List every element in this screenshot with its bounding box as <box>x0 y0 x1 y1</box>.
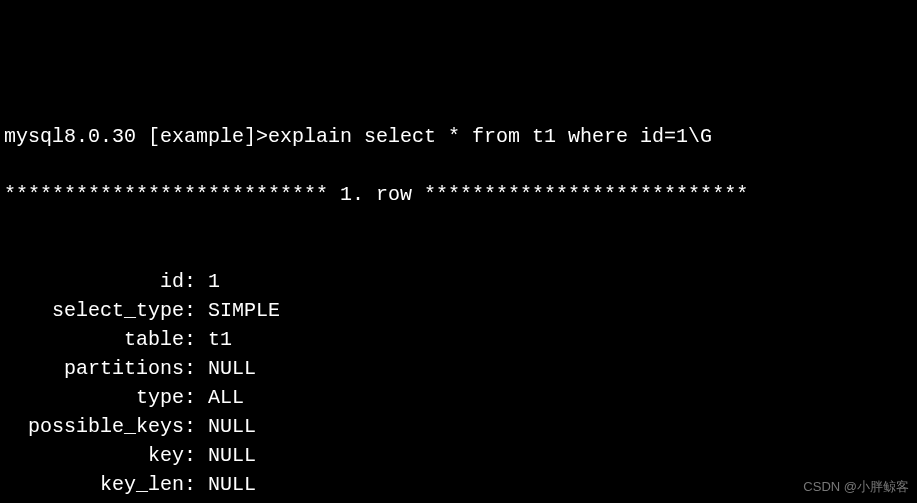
explain-value: NULL <box>208 354 256 383</box>
row-separator: *************************** 1. row *****… <box>4 180 913 209</box>
explain-value: SIMPLE <box>208 296 280 325</box>
explain-key: id <box>4 267 184 296</box>
kv-colon: : <box>184 412 208 441</box>
prompt-command[interactable]: explain select * from t1 where id=1\G <box>268 125 712 148</box>
explain-value: 1 <box>208 267 220 296</box>
explain-value: NULL <box>208 499 256 503</box>
explain-row: possible_keys: NULL <box>4 412 913 441</box>
kv-colon: : <box>184 441 208 470</box>
kv-colon: : <box>184 296 208 325</box>
kv-colon: : <box>184 267 208 296</box>
kv-colon: : <box>184 325 208 354</box>
kv-colon: : <box>184 383 208 412</box>
explain-key: select_type <box>4 296 184 325</box>
watermark: CSDN @小胖鲸客 <box>803 478 909 497</box>
kv-colon: : <box>184 499 208 503</box>
explain-row: ref: NULL <box>4 499 913 503</box>
explain-key: key_len <box>4 470 184 499</box>
explain-value: t1 <box>208 325 232 354</box>
explain-key: key <box>4 441 184 470</box>
explain-value: NULL <box>208 441 256 470</box>
explain-row: type: ALL <box>4 383 913 412</box>
prompt-prefix: mysql8.0.30 [example]> <box>4 125 268 148</box>
explain-row: key: NULL <box>4 441 913 470</box>
kv-colon: : <box>184 354 208 383</box>
explain-value: NULL <box>208 470 256 499</box>
separator-label: 1. row <box>328 183 424 206</box>
explain-key: table <box>4 325 184 354</box>
separator-right: *************************** <box>424 183 748 206</box>
explain-row: table: t1 <box>4 325 913 354</box>
explain-row: id: 1 <box>4 267 913 296</box>
explain-row: key_len: NULL <box>4 470 913 499</box>
explain-value: ALL <box>208 383 244 412</box>
explain-row: partitions: NULL <box>4 354 913 383</box>
explain-key: type <box>4 383 184 412</box>
explain-key: partitions <box>4 354 184 383</box>
explain-row: select_type: SIMPLE <box>4 296 913 325</box>
explain-key: possible_keys <box>4 412 184 441</box>
explain-value: NULL <box>208 412 256 441</box>
kv-colon: : <box>184 470 208 499</box>
separator-left: *************************** <box>4 183 328 206</box>
explain-key: ref <box>4 499 184 503</box>
explain-output: id: 1select_type: SIMPLEtable: t1partiti… <box>4 267 913 503</box>
prompt-line-1: mysql8.0.30 [example]>explain select * f… <box>4 122 913 151</box>
